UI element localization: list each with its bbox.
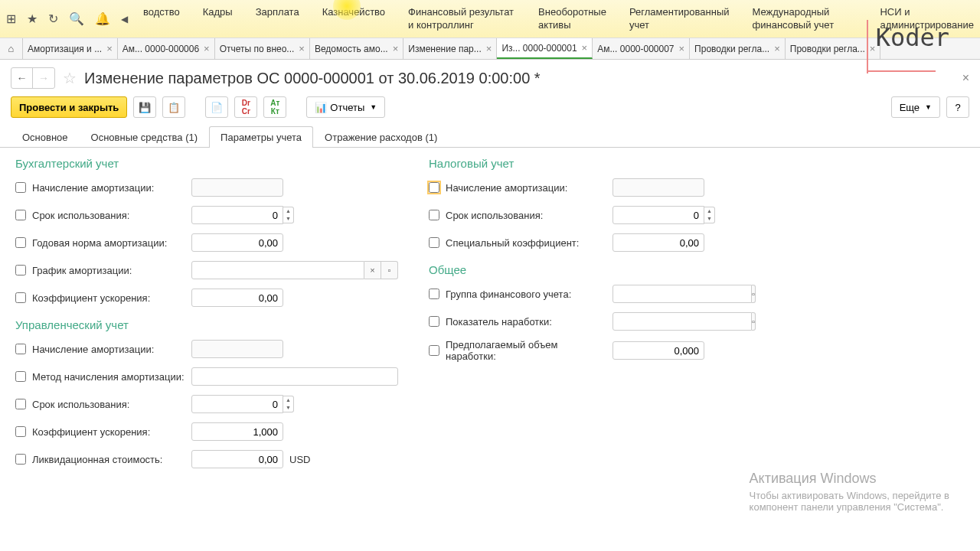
star-icon[interactable]: ★ xyxy=(27,11,38,26)
acc-accel-checkbox[interactable] xyxy=(15,292,26,303)
open-icon[interactable]: ▫ xyxy=(752,285,756,303)
open-icon[interactable]: ▫ xyxy=(381,261,398,279)
field-label: Начисление амортизации: xyxy=(32,182,185,194)
tax-special-checkbox[interactable] xyxy=(429,237,439,248)
mgmt-salvage-input[interactable] xyxy=(191,450,283,468)
section-accounting: Бухгалтерский учет xyxy=(15,157,398,170)
gen-expected-checkbox[interactable] xyxy=(429,345,439,356)
menu-item-0[interactable]: водство xyxy=(143,6,180,32)
chevron-left-icon[interactable]: ◀ xyxy=(121,14,128,24)
tab-8[interactable]: Проводки регла...× xyxy=(786,38,881,59)
tax-depr-checkbox[interactable] xyxy=(429,182,439,193)
spin-up-icon[interactable]: ▲ xyxy=(704,207,714,215)
subtabs: Основное Основные средства (1) Параметры… xyxy=(0,126,980,148)
tax-depr-input[interactable] xyxy=(612,178,704,197)
field-label: Годовая норма амортизации: xyxy=(32,237,185,249)
tab-5[interactable]: Из... 0000-000001× xyxy=(497,38,593,59)
close-icon[interactable]: × xyxy=(106,43,113,54)
forward-button[interactable]: → xyxy=(33,68,54,88)
acc-period-input[interactable] xyxy=(191,206,283,224)
tab-7[interactable]: Проводки регла...× xyxy=(690,38,786,59)
post-and-close-button[interactable]: Провести и закрыть xyxy=(11,96,127,118)
search-icon[interactable]: 🔍 xyxy=(69,11,84,26)
open-icon[interactable]: ▫ xyxy=(752,312,756,331)
tax-period-input[interactable] xyxy=(612,206,704,224)
close-icon[interactable]: × xyxy=(393,43,399,54)
section-management: Управленческий учет xyxy=(15,318,398,331)
acc-sched-checkbox[interactable] xyxy=(15,265,26,276)
gen-fingroup-checkbox[interactable] xyxy=(429,289,439,299)
mgmt-method-checkbox[interactable] xyxy=(15,371,26,382)
field-label: Метод начисления амортизации: xyxy=(32,371,185,383)
reports-button[interactable]: 📊 Отчеты▼ xyxy=(306,96,385,118)
menu-item-7[interactable]: Международный финансовый учет xyxy=(753,6,858,32)
mgmt-depr-input[interactable] xyxy=(191,340,283,358)
save-button[interactable]: 💾 xyxy=(133,96,156,118)
tab-4[interactable]: Изменение пар...× xyxy=(403,38,497,59)
close-icon[interactable]: × xyxy=(582,42,588,54)
menu-item-3[interactable]: Казначейство xyxy=(322,6,385,32)
tab-0[interactable]: Амортизация и ...× xyxy=(23,38,118,59)
menu-item-4[interactable]: Финансовый результат и контроллинг xyxy=(408,6,515,32)
close-window-icon[interactable]: × xyxy=(962,71,969,85)
spin-up-icon[interactable]: ▲ xyxy=(283,207,293,215)
gen-expected-input[interactable] xyxy=(612,341,704,360)
acc-depr-checkbox[interactable] xyxy=(15,182,26,193)
at-kt-button[interactable]: АтКт xyxy=(263,96,286,118)
acc-depr-input[interactable] xyxy=(191,178,283,197)
mgmt-accel-checkbox[interactable] xyxy=(15,426,26,437)
menu-item-1[interactable]: Кадры xyxy=(203,6,233,32)
more-button[interactable]: Еще▼ xyxy=(891,96,940,118)
close-icon[interactable]: × xyxy=(870,43,876,54)
tab-1[interactable]: Ам... 0000-000006× xyxy=(118,38,215,59)
close-icon[interactable]: × xyxy=(299,43,305,54)
help-button[interactable]: ? xyxy=(946,96,969,118)
subtab-params[interactable]: Параметры учета xyxy=(209,126,313,148)
gen-output-checkbox[interactable] xyxy=(429,316,439,327)
acc-period-checkbox[interactable] xyxy=(15,210,26,220)
post-button[interactable]: 📋 xyxy=(162,96,185,118)
clear-icon[interactable]: × xyxy=(364,261,381,279)
subtab-main[interactable]: Основное xyxy=(11,126,80,148)
mgmt-depr-checkbox[interactable] xyxy=(15,344,26,354)
spin-down-icon[interactable]: ▼ xyxy=(704,215,714,223)
spin-down-icon[interactable]: ▼ xyxy=(283,404,293,412)
close-icon[interactable]: × xyxy=(204,43,210,54)
back-button[interactable]: ← xyxy=(11,68,33,88)
mgmt-period-checkbox[interactable] xyxy=(15,399,26,409)
menu-item-8[interactable]: НСИ и администрирование xyxy=(880,6,974,32)
subtab-expenses[interactable]: Отражение расходов (1) xyxy=(313,126,449,148)
menu-item-2[interactable]: Зарплата xyxy=(256,6,299,32)
gen-output-input[interactable] xyxy=(612,312,752,331)
mgmt-period-input[interactable] xyxy=(191,395,283,413)
close-icon[interactable]: × xyxy=(774,43,780,54)
acc-sched-input[interactable] xyxy=(191,261,364,279)
acc-accel-input[interactable] xyxy=(191,289,283,307)
acc-rate-input[interactable] xyxy=(191,233,283,252)
bell-icon[interactable]: 🔔 xyxy=(95,11,110,26)
structure-button[interactable]: 📄 xyxy=(205,96,228,118)
menu-item-6[interactable]: Регламентированный учет xyxy=(629,6,730,32)
mgmt-accel-input[interactable] xyxy=(191,422,283,441)
tax-period-checkbox[interactable] xyxy=(429,210,439,220)
tax-special-input[interactable] xyxy=(612,233,704,252)
acc-rate-checkbox[interactable] xyxy=(15,237,26,248)
spin-down-icon[interactable]: ▼ xyxy=(283,215,293,223)
close-icon[interactable]: × xyxy=(679,43,685,54)
home-icon[interactable]: ⌂ xyxy=(0,38,23,59)
mgmt-method-input[interactable] xyxy=(191,367,398,386)
apps-icon[interactable]: ⊞ xyxy=(6,11,16,26)
subtab-assets[interactable]: Основные средства (1) xyxy=(80,126,210,148)
dr-cr-button[interactable]: DrCr xyxy=(234,96,257,118)
gen-fingroup-input[interactable] xyxy=(612,285,752,303)
tab-2[interactable]: Отчеты по внео...× xyxy=(215,38,310,59)
tab-3[interactable]: Ведомость амо...× xyxy=(310,38,403,59)
toolbar: Провести и закрыть 💾 📋 📄 DrCr АтКт 📊 Отч… xyxy=(0,96,980,126)
close-icon[interactable]: × xyxy=(486,43,492,54)
favorite-icon[interactable]: ☆ xyxy=(63,69,77,87)
tab-6[interactable]: Ам... 0000-000007× xyxy=(593,38,690,59)
mgmt-salvage-checkbox[interactable] xyxy=(15,454,26,465)
spin-up-icon[interactable]: ▲ xyxy=(283,396,293,404)
menu-item-5[interactable]: Внеоборотные активы xyxy=(538,6,606,32)
history-icon[interactable]: ↻ xyxy=(48,11,58,26)
